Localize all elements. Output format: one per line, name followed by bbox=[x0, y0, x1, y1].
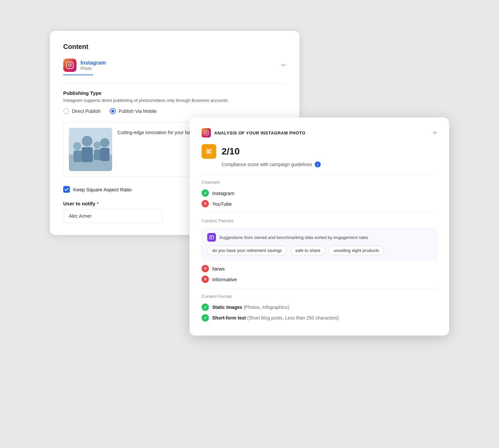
themes-box-header: Suggestions from owned and benchmarking … bbox=[207, 233, 431, 242]
news-status-icon bbox=[202, 265, 209, 272]
radio-mobile-circle[interactable] bbox=[110, 108, 116, 114]
format-static-text: Static Images (Photos, Infographics) bbox=[212, 305, 289, 310]
publishing-type-title: Publishing Type bbox=[63, 90, 286, 96]
theme-tag-0[interactable]: do you have your retirement savings bbox=[207, 246, 287, 255]
channel-youtube: YouTube bbox=[202, 200, 437, 207]
platform-type: Photo bbox=[81, 66, 106, 71]
themes-desc: Suggestions from owned and benchmarking … bbox=[219, 235, 368, 240]
radio-via-mobile[interactable]: Publish Via Mobile bbox=[110, 108, 157, 114]
content-theme-items: News Informative bbox=[202, 265, 437, 283]
pin-icon[interactable]: ✕ bbox=[430, 128, 439, 137]
theme-tag-2[interactable]: unveiling eight products bbox=[329, 246, 384, 255]
score-badge bbox=[202, 144, 216, 159]
radio-direct-circle[interactable] bbox=[63, 108, 69, 114]
keep-aspect-checkbox[interactable] bbox=[63, 186, 70, 193]
info-icon[interactable]: i bbox=[315, 161, 321, 167]
score-row: 2/10 bbox=[202, 144, 437, 159]
svg-point-1 bbox=[69, 64, 71, 67]
svg-point-5 bbox=[82, 136, 92, 146]
theme-news-name: News bbox=[212, 266, 225, 272]
radio-mobile-label: Publish Via Mobile bbox=[118, 109, 157, 114]
radio-direct-label: Direct Publish bbox=[72, 109, 100, 114]
required-indicator: * bbox=[97, 201, 99, 206]
publishing-type-desc: Instagram supports direct publishing of … bbox=[63, 98, 286, 103]
content-themes-label: Content Themes bbox=[202, 218, 437, 223]
format-short-text: Short-form text (Short blog posts, Less … bbox=[202, 314, 437, 322]
svg-point-15 bbox=[207, 131, 208, 132]
analysis-ig-icon bbox=[202, 128, 211, 137]
channels-label: Channels bbox=[202, 180, 437, 185]
score-text: 2/10 bbox=[222, 146, 240, 157]
theme-tags: do you have your retirement savings safe… bbox=[207, 246, 431, 255]
instagram-text: Instagram Photo bbox=[81, 60, 106, 71]
svg-rect-12 bbox=[100, 148, 109, 161]
section-divider-3 bbox=[202, 288, 437, 289]
content-title: Content bbox=[63, 43, 286, 51]
section-divider-1 bbox=[202, 174, 437, 174]
theme-tag-1[interactable]: safe to share bbox=[290, 246, 325, 255]
short-text-status bbox=[202, 314, 209, 322]
svg-rect-22 bbox=[210, 237, 212, 238]
content-format-items: Static Images (Photos, Infographics) Sho… bbox=[202, 304, 437, 322]
edit-icon[interactable]: ✏ bbox=[281, 62, 286, 69]
informative-status-icon bbox=[202, 276, 209, 283]
section-divider-2 bbox=[202, 213, 437, 213]
platform-name: Instagram bbox=[81, 60, 106, 66]
radio-group: Direct Publish Publish Via Mobile bbox=[63, 108, 286, 114]
family-photo bbox=[69, 128, 112, 171]
instagram-status-icon bbox=[202, 189, 209, 197]
analysis-title: ANALYSIS OF YOUR INSTAGRAM PHOTO bbox=[214, 130, 305, 135]
svg-rect-8 bbox=[74, 150, 82, 162]
svg-rect-19 bbox=[207, 152, 210, 153]
platform-underline bbox=[63, 75, 93, 75]
analysis-card: ANALYSIS OF YOUR INSTAGRAM PHOTO ✕ 2/10 … bbox=[190, 117, 449, 336]
checkbox-label: Keep Square Aspect Ratio bbox=[73, 187, 132, 192]
radio-direct-publish[interactable]: Direct Publish bbox=[63, 108, 100, 114]
channel-youtube-name: YouTube bbox=[212, 201, 232, 207]
channel-instagram-name: Instagram bbox=[212, 190, 235, 196]
theme-informative: Informative bbox=[202, 276, 437, 283]
svg-rect-13 bbox=[204, 130, 208, 135]
score-desc-row: Compliance score with campaign guideline… bbox=[202, 161, 437, 167]
themes-box: Suggestions from owned and benchmarking … bbox=[202, 228, 437, 260]
svg-point-2 bbox=[71, 63, 72, 64]
format-short-text-label: Short-form text (Short blog posts, Less … bbox=[212, 315, 339, 321]
svg-rect-0 bbox=[67, 62, 73, 69]
format-static-images: Static Images (Photos, Infographics) bbox=[202, 304, 437, 311]
static-images-status bbox=[202, 304, 209, 311]
themes-icon bbox=[207, 233, 216, 242]
svg-rect-21 bbox=[210, 236, 213, 237]
svg-rect-10 bbox=[94, 149, 101, 160]
svg-point-7 bbox=[73, 142, 81, 150]
instagram-icon bbox=[63, 59, 77, 72]
score-desc: Compliance score with campaign guideline… bbox=[222, 162, 312, 167]
user-notify-input[interactable] bbox=[63, 209, 163, 223]
theme-informative-name: Informative bbox=[212, 277, 237, 282]
instagram-info: Instagram Photo bbox=[63, 59, 106, 72]
divider-1 bbox=[63, 83, 286, 84]
instagram-header: Instagram Photo ✏ bbox=[63, 59, 286, 72]
svg-point-14 bbox=[205, 132, 207, 133]
post-image bbox=[69, 128, 112, 171]
channel-instagram: Instagram bbox=[202, 189, 437, 197]
svg-rect-6 bbox=[82, 147, 93, 162]
analysis-title-wrap: ANALYSIS OF YOUR INSTAGRAM PHOTO bbox=[202, 128, 305, 137]
analysis-header: ANALYSIS OF YOUR INSTAGRAM PHOTO ✕ bbox=[202, 128, 437, 137]
theme-news: News bbox=[202, 265, 437, 272]
svg-point-9 bbox=[93, 141, 101, 149]
youtube-status-icon bbox=[202, 200, 209, 207]
svg-rect-18 bbox=[207, 151, 210, 152]
svg-rect-17 bbox=[207, 150, 211, 150]
content-format-label: Content Format bbox=[202, 294, 437, 299]
svg-point-11 bbox=[100, 138, 109, 147]
